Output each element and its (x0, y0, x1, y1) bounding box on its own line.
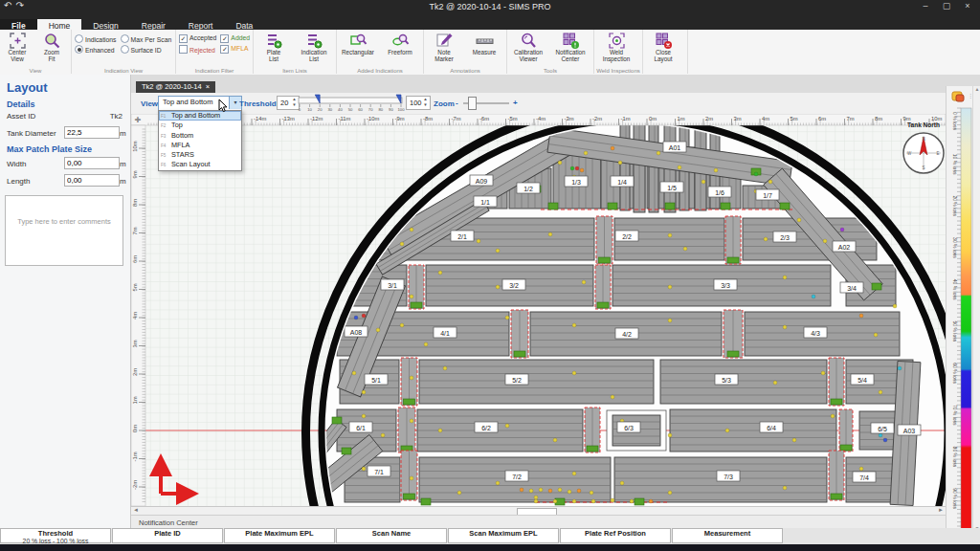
indication-dot[interactable] (678, 165, 681, 169)
plate[interactable] (419, 360, 654, 404)
indication-dot[interactable] (575, 166, 579, 170)
indication-dot[interactable] (768, 180, 772, 184)
indication-dot[interactable] (618, 161, 622, 165)
zoom-out-button[interactable]: - (456, 99, 458, 107)
indication-dot[interactable] (783, 325, 787, 329)
repair-patch[interactable] (332, 417, 342, 424)
connector-plate[interactable] (409, 265, 424, 309)
indication-dot[interactable] (783, 276, 787, 279)
indication-dot[interactable] (580, 168, 584, 172)
connector-plate[interactable] (725, 216, 741, 264)
view-option-stars[interactable]: F5STARS (159, 150, 241, 160)
rectangular-button[interactable]: Rectangular (338, 31, 378, 56)
indication-dot[interactable] (874, 333, 878, 337)
connector-plate[interactable] (596, 216, 612, 264)
indication-dot[interactable] (354, 316, 358, 320)
indication-dot[interactable] (823, 239, 827, 243)
checkbox-mfla[interactable]: ✓MFLA (220, 45, 250, 55)
checkbox-icon[interactable]: ✓ (179, 34, 188, 43)
indication-dot[interactable] (376, 328, 380, 332)
minimize-button[interactable]: – (915, 1, 936, 11)
indication-dot[interactable] (859, 314, 863, 318)
connector-plate[interactable] (724, 310, 743, 358)
indication-dot[interactable] (764, 237, 768, 241)
repair-patch[interactable] (548, 203, 558, 209)
indication-dot[interactable] (457, 491, 461, 495)
indication-dot[interactable] (668, 433, 672, 437)
radio-surface-id[interactable]: Surface ID (121, 45, 172, 55)
indication-dot[interactable] (725, 429, 729, 432)
indication-dot[interactable] (668, 233, 672, 237)
indication-dot[interactable] (381, 433, 385, 437)
indication-dot[interactable] (520, 488, 523, 492)
indication-dot[interactable] (859, 467, 863, 471)
repair-patch[interactable] (342, 448, 351, 454)
indication-dot[interactable] (362, 390, 366, 394)
connector-plate[interactable] (829, 358, 844, 406)
indication-dot[interactable] (812, 295, 815, 298)
indication-dot[interactable] (558, 161, 562, 165)
view-option-bottom[interactable]: F3Bottom (159, 131, 241, 141)
indication-dot[interactable] (352, 371, 356, 375)
indication-dot[interactable] (668, 319, 672, 322)
repair-patch[interactable] (635, 498, 644, 505)
close-button[interactable]: × (957, 1, 978, 11)
indication-dot[interactable] (572, 371, 576, 375)
indication-dot[interactable] (611, 498, 614, 502)
indication-dot[interactable] (898, 366, 902, 370)
scroll-left-icon[interactable]: ◄ (133, 507, 139, 513)
checkbox-icon[interactable]: ✓ (220, 45, 229, 54)
connector-plate[interactable] (401, 358, 417, 406)
weld-inspection-button[interactable]: WeldInspection (595, 31, 637, 63)
indication-dot[interactable] (702, 180, 705, 184)
connector-plate[interactable] (595, 265, 611, 309)
pan-icon[interactable]: ✚ (135, 116, 142, 124)
view-option-scan-layout[interactable]: F6Scan Layout (159, 160, 241, 169)
indication-dot[interactable] (505, 316, 509, 320)
indication-dot[interactable] (529, 489, 533, 493)
radio-max-per-scan[interactable]: Max Per Scan (121, 34, 172, 45)
indication-dot[interactable] (572, 323, 576, 327)
indication-dot[interactable] (582, 280, 586, 284)
indication-dot[interactable] (649, 499, 653, 503)
radio-enhanced[interactable]: Enhanced (75, 45, 117, 55)
indication-dot[interactable] (883, 438, 887, 442)
scale-spinner[interactable]: 100▲▼ (406, 96, 431, 110)
indication-dot[interactable] (668, 285, 672, 289)
scroll-right-icon[interactable]: ► (938, 507, 944, 513)
indication-dot[interactable] (783, 486, 787, 490)
indication-dot[interactable] (611, 146, 614, 150)
indication-dot[interactable] (668, 491, 672, 495)
indication-dot[interactable] (438, 271, 442, 275)
indication-dot[interactable] (568, 490, 571, 494)
checkbox-added[interactable]: ✓Added (220, 34, 250, 45)
calibration-viewer-button[interactable]: CalibrationViewer (508, 31, 548, 63)
repair-patch[interactable] (665, 203, 675, 209)
width-input[interactable] (64, 157, 120, 169)
indication-dot[interactable] (362, 467, 366, 471)
checkbox-icon[interactable] (179, 45, 188, 54)
indication-dot[interactable] (400, 323, 404, 327)
connector-plate[interactable] (839, 409, 853, 452)
repair-patch[interactable] (608, 203, 617, 209)
comments-box[interactable]: Type here to enter comments (5, 195, 123, 266)
zoom-slider-thumb[interactable] (468, 97, 477, 110)
indication-dot[interactable] (539, 488, 543, 492)
radio-indications[interactable]: Indications (75, 34, 117, 45)
radio-icon[interactable] (75, 34, 83, 43)
indication-dot[interactable] (410, 476, 413, 480)
indication-dot[interactable] (572, 472, 576, 475)
connector-plate[interactable] (401, 451, 417, 500)
indication-dot[interactable] (548, 232, 552, 236)
indication-dot[interactable] (362, 414, 366, 418)
freeform-button[interactable]: Freeform (380, 31, 420, 56)
indication-dot[interactable] (773, 381, 777, 385)
indication-dot[interactable] (792, 438, 796, 442)
indication-dot[interactable] (630, 499, 634, 503)
tank-diameter-input[interactable] (64, 126, 120, 139)
connector-plate[interactable] (398, 408, 415, 452)
indication-dot[interactable] (443, 366, 447, 370)
vertical-scrollbar[interactable]: ▲▼ (972, 86, 980, 532)
indication-list-button[interactable]: IndicationList (295, 31, 333, 63)
notification-center-bar[interactable]: Notification Center (131, 515, 946, 528)
